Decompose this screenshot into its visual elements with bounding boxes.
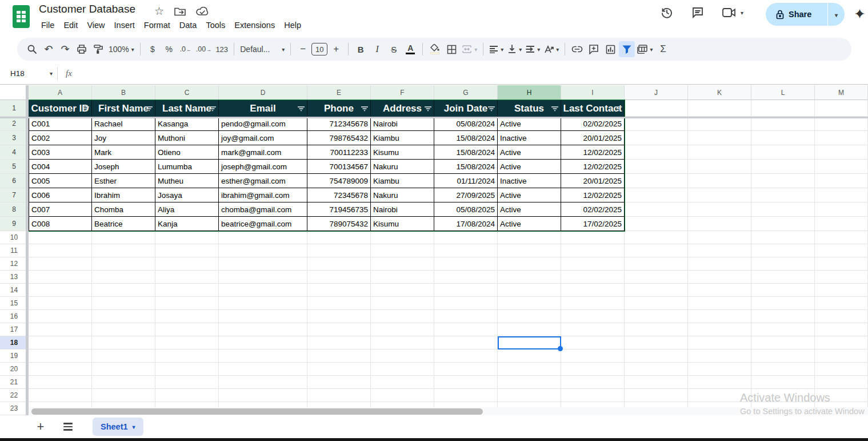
cell-E19[interactable] — [307, 349, 371, 363]
cell-L12[interactable] — [751, 257, 815, 271]
cell-I2[interactable]: 02/02/2025 — [561, 117, 625, 131]
column-filter-icon[interactable] — [297, 106, 305, 112]
undo-icon[interactable]: ↶ — [41, 41, 57, 57]
cell-J12[interactable] — [625, 257, 688, 271]
cell-F19[interactable] — [371, 349, 434, 363]
horizontal-scrollbar-thumb[interactable] — [31, 408, 483, 415]
cell-L15[interactable] — [751, 297, 815, 310]
cell-D9[interactable]: beatrice@gmail.com — [219, 217, 307, 231]
cell-G2[interactable]: 05/08/2024 — [434, 117, 498, 131]
column-header-J[interactable]: J — [625, 85, 688, 100]
cell-H14[interactable] — [498, 284, 561, 297]
cell-E2[interactable]: 712345678 — [307, 117, 371, 131]
name-box[interactable]: H18 ▾ — [0, 69, 57, 78]
cell-A20[interactable] — [29, 363, 92, 376]
row-header-12[interactable]: 12 — [0, 257, 29, 271]
cell-K9[interactable] — [688, 217, 751, 231]
cell-E22[interactable] — [307, 389, 371, 402]
document-title[interactable]: Customer Database — [39, 3, 135, 15]
zoom-select[interactable]: 100%▾ — [107, 41, 136, 57]
cell-M8[interactable] — [815, 202, 868, 217]
cell-L13[interactable] — [751, 271, 815, 284]
column-header-L[interactable]: L — [751, 85, 815, 100]
cell-B2[interactable]: Rachael — [92, 117, 155, 131]
cell-G7[interactable]: 27/09/2025 — [434, 188, 498, 202]
cell-H4[interactable]: Active — [498, 145, 561, 160]
cell-I4[interactable]: 12/02/2025 — [561, 145, 625, 160]
column-header-H[interactable]: H — [498, 85, 561, 100]
cell-D3[interactable]: joy@gmail.com — [219, 131, 307, 145]
cell-H19[interactable] — [498, 349, 561, 363]
cell-I3[interactable]: 20/01/2025 — [561, 131, 625, 145]
share-dropdown-caret[interactable]: ▾ — [835, 12, 838, 18]
cell-C21[interactable] — [155, 376, 219, 389]
cell-K7[interactable] — [688, 188, 751, 202]
sheet-tab-active[interactable]: Sheet1 ▾ — [93, 418, 143, 436]
column-header-G[interactable]: G — [434, 85, 498, 100]
cell-C15[interactable] — [155, 297, 219, 310]
cell-I21[interactable] — [561, 376, 625, 389]
cell-I19[interactable] — [561, 349, 625, 363]
cell-B17[interactable] — [92, 323, 155, 336]
cell-I16[interactable] — [561, 310, 625, 323]
cell-E13[interactable] — [307, 271, 371, 284]
cell-M19[interactable] — [815, 349, 868, 363]
cell-G17[interactable] — [434, 323, 498, 336]
cell-D19[interactable] — [219, 349, 307, 363]
cell-E4[interactable]: 700112233 — [307, 145, 371, 160]
cell-F11[interactable] — [371, 244, 434, 257]
insert-comment-icon[interactable] — [586, 41, 602, 57]
cell-G8[interactable]: 05/08/2025 — [434, 202, 498, 217]
cell-D13[interactable] — [219, 271, 307, 284]
cell-G18[interactable] — [434, 336, 498, 349]
cell-B22[interactable] — [92, 389, 155, 402]
menu-edit[interactable]: Edit — [59, 18, 82, 32]
menu-format[interactable]: Format — [139, 18, 175, 32]
name-box-caret[interactable]: ▾ — [50, 70, 53, 77]
strikethrough-button[interactable]: S — [386, 41, 402, 57]
row-header-10[interactable]: 10 — [0, 231, 29, 244]
cell-B16[interactable] — [92, 310, 155, 323]
cell-D5[interactable]: joseph@gmail.com — [219, 160, 307, 174]
cell-F7[interactable]: Nakuru — [371, 188, 434, 202]
cell-M15[interactable] — [815, 297, 868, 310]
row-header-9[interactable]: 9 — [0, 217, 29, 231]
cell-J6[interactable] — [625, 174, 688, 188]
print-icon[interactable] — [74, 41, 90, 57]
cell-E9[interactable]: 789075432 — [307, 217, 371, 231]
cell-G5[interactable]: 15/08/2024 — [434, 160, 498, 174]
cell-E16[interactable] — [307, 310, 371, 323]
cell-D15[interactable] — [219, 297, 307, 310]
comments-icon[interactable] — [691, 6, 705, 19]
cell-L7[interactable] — [751, 188, 815, 202]
cell-L10[interactable] — [751, 231, 815, 244]
cell-A3[interactable]: C002 — [29, 131, 92, 145]
cell-A16[interactable] — [29, 310, 92, 323]
cell-G19[interactable] — [434, 349, 498, 363]
cell-L16[interactable] — [751, 310, 815, 323]
cell-C3[interactable]: Muthoni — [155, 131, 219, 145]
menu-file[interactable]: File — [37, 18, 59, 32]
cell-L6[interactable] — [751, 174, 815, 188]
cell-H20[interactable] — [498, 363, 561, 376]
create-filter-button[interactable] — [619, 41, 635, 57]
cell-D14[interactable] — [219, 284, 307, 297]
cell-I9[interactable]: 17/02/2025 — [561, 217, 625, 231]
cell-E10[interactable] — [307, 231, 371, 244]
sheets-logo-icon[interactable] — [13, 5, 30, 28]
cell-J8[interactable] — [625, 202, 688, 217]
column-header-F[interactable]: F — [371, 85, 434, 100]
cell-M13[interactable] — [815, 271, 868, 284]
cell-G9[interactable]: 17/08/2024 — [434, 217, 498, 231]
cell-K16[interactable] — [688, 310, 751, 323]
cell-M2[interactable] — [815, 117, 868, 131]
cell-K1[interactable] — [688, 100, 751, 117]
cell-C5[interactable]: Lumumba — [155, 160, 219, 174]
cell-G3[interactable]: 15/08/2024 — [434, 131, 498, 145]
meet-video-icon[interactable]: ▾ — [722, 7, 743, 18]
redo-icon[interactable]: ↷ — [57, 41, 73, 57]
cell-L19[interactable] — [751, 349, 815, 363]
cell-M21[interactable] — [815, 376, 868, 389]
cell-A13[interactable] — [29, 271, 92, 284]
cell-M10[interactable] — [815, 231, 868, 244]
